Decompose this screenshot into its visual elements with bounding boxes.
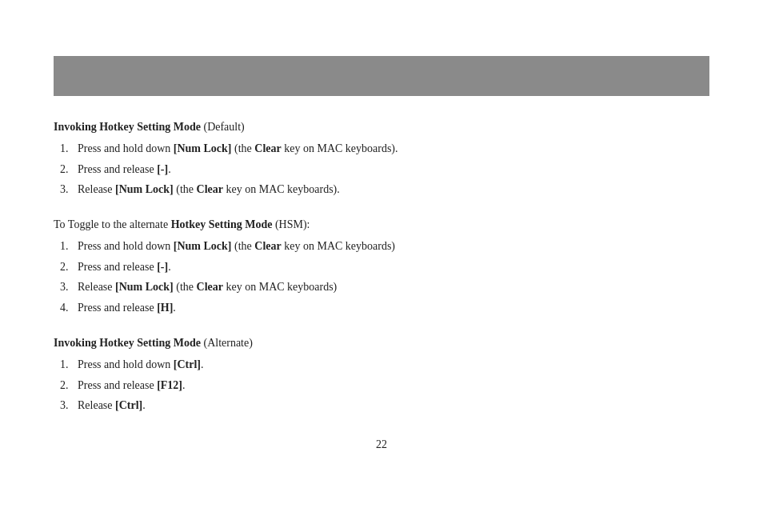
header-bar — [54, 56, 709, 96]
list-num: 2. — [60, 161, 78, 178]
list-text: Press and release [-]. — [78, 161, 709, 178]
key-minus: [-] — [157, 261, 168, 273]
section-default-title-normal: (Default) — [201, 121, 245, 133]
key-numlock: [Num Lock] — [174, 240, 232, 252]
section-hsm-title-prefix: To Toggle to the alternate — [54, 218, 171, 230]
key-numlock: [Num Lock] — [115, 183, 174, 195]
key-clear: Clear — [197, 281, 223, 293]
list-item: 2. Press and release [-]. — [54, 258, 709, 276]
key-ctrl: [Ctrl] — [174, 358, 201, 370]
list-text: Press and hold down [Ctrl]. — [78, 356, 709, 374]
list-num: 2. — [60, 377, 78, 394]
section-hsm-title-normal: (HSM): — [272, 218, 310, 230]
key-f12: [F12] — [157, 379, 182, 391]
page-number: 22 — [54, 438, 709, 451]
list-num: 3. — [60, 278, 78, 296]
section-hsm: To Toggle to the alternate Hotkey Settin… — [54, 216, 709, 317]
key-clear: Clear — [197, 183, 223, 195]
list-num: 3. — [60, 181, 78, 198]
section-alternate-title-bold: Invoking Hotkey Setting Mode — [54, 337, 201, 349]
key-clear: Clear — [254, 240, 281, 252]
key-clear: Clear — [254, 142, 281, 154]
list-item: 1. Press and hold down [Num Lock] (the C… — [54, 238, 709, 255]
list-item: 1. Press and hold down [Ctrl]. — [54, 356, 709, 374]
page-content: Invoking Hotkey Setting Mode (Default) 1… — [54, 96, 709, 451]
list-text: Release [Num Lock] (the Clear key on MAC… — [78, 278, 709, 296]
list-item: 1. Press and hold down [Num Lock] (the C… — [54, 140, 709, 158]
list-num: 1. — [60, 140, 78, 158]
list-item: 3. Release [Num Lock] (the Clear key on … — [54, 181, 709, 198]
key-numlock: [Num Lock] — [174, 142, 232, 154]
list-text: Press and hold down [Num Lock] (the Clea… — [78, 140, 709, 158]
list-item: 3. Release [Num Lock] (the Clear key on … — [54, 278, 709, 296]
section-hsm-title-bold: Hotkey Setting Mode — [171, 218, 273, 230]
section-alternate: Invoking Hotkey Setting Mode (Alternate)… — [54, 334, 709, 414]
key-minus: [-] — [157, 163, 168, 175]
list-num: 1. — [60, 356, 78, 374]
list-item: 4. Press and release [H]. — [54, 299, 709, 317]
section-alternate-title: Invoking Hotkey Setting Mode (Alternate) — [54, 334, 709, 351]
list-text: Release [Num Lock] (the Clear key on MAC… — [78, 181, 709, 198]
key-h: [H] — [157, 302, 173, 314]
list-text: Press and release [F12]. — [78, 377, 709, 394]
list-num: 3. — [60, 397, 78, 414]
list-text: Release [Ctrl]. — [78, 397, 709, 414]
section-default-title: Invoking Hotkey Setting Mode (Default) — [54, 118, 709, 135]
list-item: 3. Release [Ctrl]. — [54, 397, 709, 414]
key-numlock: [Num Lock] — [115, 281, 174, 293]
list-text: Press and release [-]. — [78, 258, 709, 276]
list-text: Press and release [H]. — [78, 299, 709, 317]
list-item: 2. Press and release [-]. — [54, 161, 709, 178]
list-item: 2. Press and release [F12]. — [54, 377, 709, 394]
section-default-title-bold: Invoking Hotkey Setting Mode — [54, 121, 201, 133]
section-alternate-title-normal: (Alternate) — [201, 337, 253, 349]
list-text: Press and hold down [Num Lock] (the Clea… — [78, 238, 709, 255]
list-num: 2. — [60, 258, 78, 276]
key-ctrl: [Ctrl] — [115, 399, 142, 411]
section-default: Invoking Hotkey Setting Mode (Default) 1… — [54, 118, 709, 198]
section-hsm-title: To Toggle to the alternate Hotkey Settin… — [54, 216, 709, 233]
list-num: 4. — [60, 299, 78, 317]
list-num: 1. — [60, 238, 78, 255]
